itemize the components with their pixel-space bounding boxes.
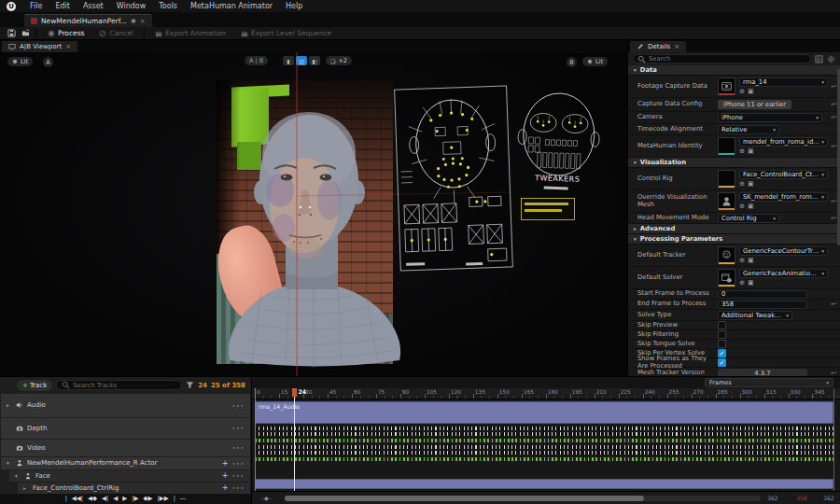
add-track-button[interactable]: + Track	[17, 380, 52, 391]
asset-thumbnail[interactable]	[718, 137, 735, 155]
loop-dash-button[interactable]: —	[180, 495, 187, 502]
track-options-icon[interactable]: •••	[231, 425, 245, 431]
skip-preview-checkbox[interactable]	[718, 321, 726, 329]
tab-details[interactable]: Details ×	[630, 41, 686, 52]
menu-tools[interactable]: Tools	[152, 0, 184, 12]
track-newmendelhumanperformance-r-actor[interactable]: ▾NewMendelHumanPerformance_R Actor+•••	[1, 457, 250, 469]
timecode-alignment-select[interactable]: Relative▾	[718, 125, 779, 134]
use-selected-asset-icon[interactable]: ⊕	[739, 147, 745, 155]
reset-to-default-icon[interactable]: ↩	[828, 370, 836, 377]
playback-end-marker[interactable]	[833, 388, 834, 491]
process-button[interactable]: Process	[40, 28, 91, 39]
reset-to-default-icon[interactable]: ↩	[828, 215, 836, 222]
view-a-button[interactable]: A	[43, 57, 53, 67]
audio-clip[interactable]: rma_14_Audio	[255, 401, 833, 424]
browse-to-asset-icon[interactable]: ▣	[748, 147, 754, 155]
skip-filtering-checkbox[interactable]	[718, 330, 726, 339]
timeline-ruler[interactable]: 0153045607590105120135150165180195210225…	[252, 388, 840, 399]
use-selected-asset-icon[interactable]: ⊕	[739, 180, 745, 188]
reset-to-default-icon[interactable]: ↩	[828, 114, 836, 121]
reset-to-default-icon[interactable]: ↩	[828, 301, 836, 308]
view-split-button[interactable]: ◫	[296, 56, 307, 65]
playhead-handle[interactable]	[292, 388, 297, 397]
menu-window[interactable]: Window	[110, 0, 153, 12]
head-movement-mode-select[interactable]: Control Rig▾	[718, 214, 779, 223]
playhead-line[interactable]	[294, 390, 295, 491]
play-button[interactable]: ▶	[122, 495, 127, 502]
asset-thumbnail[interactable]	[718, 77, 735, 95]
depth-keyframes-green[interactable]	[255, 439, 833, 442]
display-filter-icon[interactable]	[814, 54, 823, 63]
use-selected-asset-icon[interactable]: ⊕	[739, 257, 745, 264]
track-options-icon[interactable]: •••	[231, 444, 245, 451]
unreal-logo-icon[interactable]: U	[7, 2, 16, 11]
section-header-visualization[interactable]: ▾Visualization	[628, 158, 840, 168]
skip-tongue-solve-checkbox[interactable]	[718, 340, 726, 348]
video-keyframes[interactable]	[255, 445, 833, 449]
track-options-icon[interactable]: •••	[231, 402, 245, 409]
save-icon[interactable]	[5, 28, 18, 39]
reset-to-default-icon[interactable]: ↩	[828, 83, 836, 91]
expander-icon[interactable]: ▸	[23, 485, 29, 491]
browse-to-asset-icon[interactable]: ▣	[748, 203, 754, 210]
expander-icon[interactable]: ▸	[7, 402, 12, 408]
end-frame-to-process-input[interactable]: 358	[718, 301, 807, 309]
section-header-advanced[interactable]: ▸Advanced	[628, 224, 840, 234]
menu-file[interactable]: File	[23, 0, 49, 12]
asset-dropdown[interactable]: GenericFaceAnimationSolver▾	[739, 269, 828, 278]
range-start-button[interactable]: |	[65, 495, 67, 502]
asset-dropdown[interactable]: SK_mendel_from_roma_identity▾	[739, 192, 828, 202]
export-level-sequence-button[interactable]: Export Level Sequence	[233, 28, 339, 39]
add-section-icon[interactable]: +	[222, 483, 229, 492]
jump-to-end-button[interactable]: |▶▶	[157, 495, 168, 502]
view-b-button[interactable]: B	[567, 57, 577, 67]
range-end-button[interactable]: |	[174, 495, 175, 502]
frames-unit-dropdown[interactable]: Frames▾	[705, 378, 833, 387]
browse-to-asset-icon[interactable]: ▣	[748, 279, 754, 287]
export-animation-button[interactable]: Export Animation	[147, 28, 233, 39]
play-reverse-button[interactable]: ◀	[113, 495, 118, 502]
video-keyframes-green[interactable]	[255, 457, 833, 461]
add-section-icon[interactable]: +	[222, 471, 229, 480]
next-keyframe-button[interactable]: ◆▶	[143, 495, 152, 502]
asset-dropdown[interactable]: Face_ControlBoard_CtrlRig▾	[739, 170, 828, 179]
start-frame-to-process-input[interactable]: 0	[718, 290, 807, 299]
track-face[interactable]: ▾Face+•••	[9, 470, 250, 482]
expander-icon[interactable]: ▾	[7, 460, 12, 466]
3d-viewport[interactable]: Lit A A | B ▮ ◫ ◧ ❏+2 B Lit	[0, 52, 627, 376]
prev-frame-button[interactable]: ◀|	[102, 495, 108, 502]
lit-mode-button-b[interactable]: Lit	[582, 57, 608, 66]
asset-dropdown[interactable]: mendel_from_roma_identity▾	[739, 137, 828, 147]
details-search-input[interactable]: Search	[633, 54, 811, 63]
section-header-data[interactable]: ▾Data	[628, 65, 840, 76]
browse-to-asset-icon[interactable]: ▣	[748, 257, 754, 264]
menu-asset[interactable]: Asset	[77, 0, 110, 12]
asset-dropdown[interactable]: GenericFaceContourTracker▾	[739, 246, 828, 256]
reset-to-default-icon[interactable]: ↩	[828, 143, 836, 150]
filter-funnel-icon[interactable]	[186, 381, 194, 389]
track-options-icon[interactable]: •••	[231, 484, 245, 491]
expander-icon[interactable]: ▾	[15, 473, 21, 479]
view-wipe-button[interactable]: ◧	[309, 56, 320, 65]
asset-thumbnail[interactable]	[718, 246, 735, 264]
show-frames-as-they-are-processed-checkbox[interactable]: ✓	[718, 358, 726, 367]
control-rig-section[interactable]	[255, 479, 833, 489]
section-header-processing-parameters[interactable]: ▾Processing Parameters	[628, 234, 840, 245]
asset-thumbnail[interactable]	[718, 269, 735, 287]
browse-content-icon[interactable]	[19, 28, 32, 39]
track-face-controlboard-ctrlrig[interactable]: ▸Face_ControlBoard_CtrlRig+•••	[18, 483, 250, 494]
reset-to-default-icon[interactable]: ↩	[828, 101, 836, 108]
browse-to-asset-icon[interactable]: ▣	[748, 180, 754, 188]
next-frame-button[interactable]: |▶	[132, 495, 138, 502]
search-tracks-input[interactable]: Search Tracks	[56, 380, 182, 390]
settings-gear-icon[interactable]	[826, 54, 835, 63]
timeline-scrollbar[interactable]	[285, 496, 761, 501]
track-depth[interactable]: Depth•••	[1, 418, 250, 439]
track-options-icon[interactable]: •••	[231, 472, 245, 479]
browse-to-asset-icon[interactable]: ▣	[748, 88, 754, 95]
prev-keyframe-button[interactable]: ◀◆	[88, 495, 97, 502]
jump-to-front-button[interactable]: ◀◀|	[72, 495, 83, 502]
use-selected-asset-icon[interactable]: ⊕	[739, 88, 745, 95]
capture-data-config-button[interactable]: iPhone 11 or earlier	[718, 100, 791, 109]
multi-view-button[interactable]: ❏+2	[326, 56, 352, 65]
